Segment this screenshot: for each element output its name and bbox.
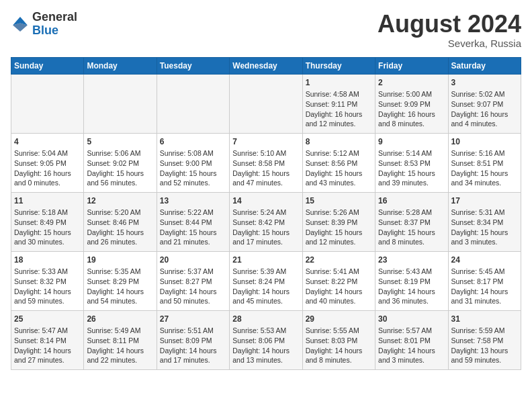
day-info-line: and 3 minutes. <box>451 237 518 247</box>
weekday-header-tuesday: Tuesday <box>157 57 229 74</box>
day-info-line: Sunset: 8:27 PM <box>160 277 226 287</box>
day-number: 5 <box>87 136 153 148</box>
day-info-line: Sunrise: 5:10 AM <box>232 148 299 158</box>
day-info-line: Sunrise: 5:04 AM <box>14 148 81 158</box>
day-info-line: and 4 minutes. <box>451 119 518 129</box>
day-info-line: Daylight: 15 hours <box>451 169 518 179</box>
calendar-day-cell: 1Sunrise: 4:58 AMSunset: 9:11 PMDaylight… <box>302 74 375 133</box>
calendar-day-cell: 25Sunrise: 5:47 AMSunset: 8:14 PMDayligh… <box>11 310 84 369</box>
day-info-line: Daylight: 15 hours <box>87 228 153 238</box>
day-info-line: Daylight: 14 hours <box>451 287 518 297</box>
day-info-line: Sunrise: 5:53 AM <box>232 326 299 336</box>
day-info-line: Sunrise: 5:22 AM <box>160 208 226 218</box>
day-info-line: and 34 minutes. <box>451 178 518 188</box>
weekday-header-wednesday: Wednesday <box>230 57 302 74</box>
calendar-day-cell: 13Sunrise: 5:22 AMSunset: 8:44 PMDayligh… <box>157 192 229 251</box>
day-info-line: and 56 minutes. <box>87 178 153 188</box>
day-info-line: and 59 minutes. <box>14 296 81 306</box>
calendar-day-cell: 11Sunrise: 5:18 AMSunset: 8:49 PMDayligh… <box>11 192 84 251</box>
day-number: 29 <box>306 314 372 325</box>
day-info-line: Sunrise: 5:37 AM <box>160 267 226 277</box>
day-info-line: Daylight: 14 hours <box>232 346 299 356</box>
day-info-line: Sunset: 8:17 PM <box>451 277 518 287</box>
logo-text: General Blue <box>32 11 77 38</box>
day-info-line: Sunset: 8:39 PM <box>306 218 372 228</box>
day-info-line: Sunrise: 5:08 AM <box>160 148 226 158</box>
day-info-line: Daylight: 14 hours <box>160 346 226 356</box>
day-info-line: Sunset: 8:09 PM <box>160 336 226 346</box>
day-info-line: Sunrise: 5:16 AM <box>451 148 518 158</box>
day-info-line: Sunrise: 5:24 AM <box>232 208 299 218</box>
calendar-day-cell: 9Sunrise: 5:14 AMSunset: 8:53 PMDaylight… <box>375 133 448 192</box>
day-info-line: and 8 minutes. <box>378 119 445 129</box>
day-number: 16 <box>378 195 445 207</box>
day-info-line: Sunset: 8:01 PM <box>378 336 445 346</box>
page-header: General Blue August 2024 Severka, Russia <box>11 11 521 49</box>
day-info-line: Sunrise: 5:41 AM <box>306 267 372 277</box>
day-info-line: Daylight: 15 hours <box>378 228 445 238</box>
day-info-line: Sunrise: 5:39 AM <box>232 267 299 277</box>
calendar-day-cell: 14Sunrise: 5:24 AMSunset: 8:42 PMDayligh… <box>230 192 302 251</box>
day-info-line: Sunrise: 5:45 AM <box>451 267 518 277</box>
day-number: 22 <box>306 255 372 266</box>
calendar-day-cell: 10Sunrise: 5:16 AMSunset: 8:51 PMDayligh… <box>448 133 521 192</box>
day-info-line: and 21 minutes. <box>160 237 226 247</box>
day-info-line: Sunset: 8:11 PM <box>87 336 153 346</box>
calendar-day-cell: 22Sunrise: 5:41 AMSunset: 8:22 PMDayligh… <box>302 251 375 310</box>
day-number: 24 <box>451 255 518 266</box>
day-number: 11 <box>14 195 81 207</box>
day-info-line: Sunrise: 5:49 AM <box>87 326 153 336</box>
day-info-line: Daylight: 14 hours <box>14 346 81 356</box>
day-info-line: Sunset: 8:22 PM <box>306 277 372 287</box>
logo: General Blue <box>11 11 77 38</box>
day-info-line: Sunrise: 5:02 AM <box>451 89 518 99</box>
day-info-line: Daylight: 14 hours <box>232 287 299 297</box>
day-info-line: Sunrise: 4:58 AM <box>306 89 372 99</box>
calendar-table: SundayMondayTuesdayWednesdayThursdayFrid… <box>11 57 521 370</box>
day-info-line: and 26 minutes. <box>87 237 153 247</box>
day-info-line: Daylight: 15 hours <box>306 169 372 179</box>
day-number: 27 <box>160 314 226 325</box>
day-number: 7 <box>232 136 299 148</box>
day-info-line: Sunset: 9:11 PM <box>306 99 372 109</box>
day-info-line: Sunset: 8:51 PM <box>451 158 518 169</box>
calendar-day-cell: 29Sunrise: 5:55 AMSunset: 8:03 PMDayligh… <box>302 310 375 369</box>
day-info-line: Sunset: 8:19 PM <box>378 277 445 287</box>
day-info-line: and 13 minutes. <box>232 355 299 365</box>
day-info-line: Daylight: 15 hours <box>451 228 518 238</box>
day-info-line: Daylight: 14 hours <box>378 287 445 297</box>
day-info-line: Sunset: 8:29 PM <box>87 277 153 287</box>
day-info-line: and 52 minutes. <box>160 178 226 188</box>
calendar-day-cell: 17Sunrise: 5:31 AMSunset: 8:34 PMDayligh… <box>448 192 521 251</box>
day-info-line: Sunset: 8:06 PM <box>232 336 299 346</box>
calendar-day-cell: 12Sunrise: 5:20 AMSunset: 8:46 PMDayligh… <box>84 192 157 251</box>
day-info-line: Daylight: 15 hours <box>160 169 226 179</box>
calendar-day-cell: 18Sunrise: 5:33 AMSunset: 8:32 PMDayligh… <box>11 251 84 310</box>
calendar-week-row: 11Sunrise: 5:18 AMSunset: 8:49 PMDayligh… <box>11 192 521 251</box>
calendar-day-cell: 23Sunrise: 5:43 AMSunset: 8:19 PMDayligh… <box>375 251 448 310</box>
calendar-day-cell: 6Sunrise: 5:08 AMSunset: 9:00 PMDaylight… <box>157 133 229 192</box>
day-number: 14 <box>232 195 299 207</box>
calendar-week-row: 18Sunrise: 5:33 AMSunset: 8:32 PMDayligh… <box>11 251 521 310</box>
logo-blue: Blue <box>32 24 58 37</box>
day-info-line: Daylight: 15 hours <box>306 228 372 238</box>
day-info-line: Sunset: 8:46 PM <box>87 218 153 228</box>
day-info-line: Sunset: 9:09 PM <box>378 99 445 109</box>
day-info-line: Sunrise: 5:26 AM <box>306 208 372 218</box>
day-number: 26 <box>87 314 153 325</box>
day-info-line: Sunrise: 5:06 AM <box>87 148 153 158</box>
day-number: 10 <box>451 136 518 148</box>
day-info-line: and 30 minutes. <box>14 237 81 247</box>
day-info-line: and 8 minutes. <box>306 355 372 365</box>
day-info-line: Daylight: 15 hours <box>160 228 226 238</box>
day-number: 30 <box>378 314 445 325</box>
day-info-line: Sunset: 8:53 PM <box>378 158 445 169</box>
day-number: 12 <box>87 195 153 207</box>
day-info-line: and 31 minutes. <box>451 296 518 306</box>
day-info-line: Sunset: 8:56 PM <box>306 158 372 169</box>
calendar-day-cell: 2Sunrise: 5:00 AMSunset: 9:09 PMDaylight… <box>375 74 448 133</box>
day-info-line: and 12 minutes. <box>306 119 372 129</box>
calendar-day-cell: 7Sunrise: 5:10 AMSunset: 8:58 PMDaylight… <box>230 133 302 192</box>
day-number: 31 <box>451 314 518 325</box>
day-info-line: Sunrise: 5:31 AM <box>451 208 518 218</box>
